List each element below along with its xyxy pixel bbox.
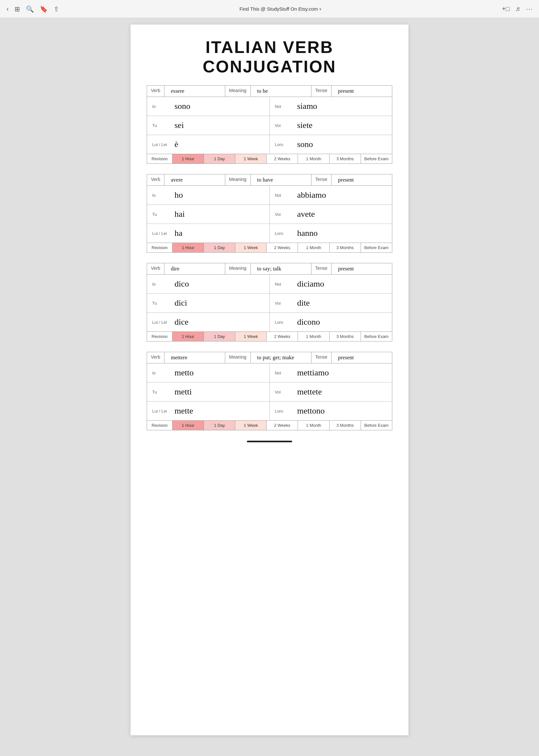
revision-label: Revision [147,243,173,252]
revision-cell-1[interactable]: 1 Day [204,243,235,252]
revision-cell-5[interactable]: 3 Months [330,243,361,252]
revision-cell-4[interactable]: 1 Month [298,421,329,430]
pronoun-left: Lui / Lei [152,142,170,147]
verb-form-right: siete [297,120,313,130]
revision-cell-6[interactable]: Before Exam [361,332,392,341]
conj-cell-left: Io dico [147,274,270,293]
verb-value: mettere [165,352,225,363]
revision-cell-0[interactable]: 1 Hour [173,243,204,252]
verb-value: avere [165,175,225,186]
revision-cell-2[interactable]: 1 Week [235,332,267,341]
verb-value: essere [165,86,225,97]
conj-cell-left: Tu dici [147,294,270,312]
conj-cell-right: Loro mettono [270,402,392,420]
pronoun-right: Loro [275,142,293,147]
pronoun-right: Loro [275,231,293,236]
conj-cell-left: Lui / Lei mette [147,402,270,420]
page-content: ITALIAN VERB CONJUGATION Verb essere Mea… [130,25,409,735]
conjugation-grid-essere: Io sono Noi siamo Tu sei Voi siete Lui /… [147,97,392,154]
conj-cell-left: Lui / Lei ha [147,224,270,243]
home-indicator [247,441,292,442]
pronoun-right: Noi [275,193,293,198]
table-row: Io ho Noi abbiamo [147,186,392,205]
revision-cell-6[interactable]: Before Exam [361,243,392,252]
top-bar-title: Find This @ StudyStuff On Etsy.com▾ [239,6,322,12]
top-bar-left: ‹ ⊞ 🔍 🔖 ⇧ [6,5,59,13]
pronoun-right: Voi [275,390,293,395]
revision-cell-1[interactable]: 1 Day [204,154,235,164]
verb-form-right: mettono [297,406,325,416]
revision-cell-3[interactable]: 2 Weeks [267,421,298,430]
meaning-value: to put; get; make [251,352,312,363]
conj-cell-right: Noi mettiamo [270,363,392,382]
revision-cell-6[interactable]: Before Exam [361,421,392,430]
pronoun-right: Voi [275,123,293,128]
revision-cell-3[interactable]: 2 Weeks [267,332,298,341]
verb-form-right: mettiamo [297,368,329,378]
revision-bar-essere: Revision1 Hour1 Day1 Week2 Weeks1 Month3… [147,154,392,164]
revision-cell-0[interactable]: 1 Hour [173,154,204,164]
revision-cell-4[interactable]: 1 Month [298,154,329,164]
revision-cell-5[interactable]: 3 Months [330,421,361,430]
add-page-icon[interactable]: +□ [502,5,509,13]
revision-cell-5[interactable]: 3 Months [330,332,361,341]
more-icon[interactable]: ⋯ [526,5,533,13]
revision-cell-3[interactable]: 2 Weeks [267,243,298,252]
verb-form-left: mette [175,406,193,416]
meaning-label: Meaning [225,263,251,274]
pronoun-left: Tu [152,301,170,306]
pronoun-left: Tu [152,212,170,217]
refresh-icon[interactable]: ♬ [515,5,520,13]
verb-form-left: metto [175,368,193,378]
pronoun-left: Lui / Lei [152,231,170,236]
revision-cell-0[interactable]: 1 Hour [173,421,204,430]
bookmark-icon[interactable]: 🔖 [40,5,48,13]
revision-bar-mettere: Revision1 Hour1 Day1 Week2 Weeks1 Month3… [147,421,392,430]
conj-cell-right: Noi diciamo [270,274,392,293]
revision-cell-1[interactable]: 1 Day [204,332,235,341]
revision-cell-4[interactable]: 1 Month [298,243,329,252]
table-row: Lui / Lei è Loro sono [147,135,392,154]
table-row: Tu metti Voi mettete [147,383,392,402]
page-title: ITALIAN VERB CONJUGATION [147,38,392,76]
conj-cell-right: Voi dite [270,294,392,312]
verb-form-left: dico [175,279,189,289]
conj-cell-left: Tu metti [147,383,270,401]
back-button[interactable]: ‹ [6,5,9,13]
revision-cell-2[interactable]: 1 Week [235,243,267,252]
revision-cell-6[interactable]: Before Exam [361,154,392,164]
table-row: Tu dici Voi dite [147,294,392,313]
revision-cell-4[interactable]: 1 Month [298,332,329,341]
conj-cell-left: Io ho [147,186,270,204]
table-row: Tu sei Voi siete [147,116,392,135]
revision-cell-1[interactable]: 1 Day [204,421,235,430]
pronoun-right: Noi [275,282,293,286]
verb-label: Verb [147,175,165,186]
verb-form-left: dici [175,298,187,308]
revision-cell-0[interactable]: 1 Hour [173,332,204,341]
meaning-value: to say; talk [251,263,312,274]
revision-cell-5[interactable]: 3 Months [330,154,361,164]
revision-cell-2[interactable]: 1 Week [235,421,267,430]
pronoun-right: Loro [275,320,293,325]
verb-value: dire [165,263,225,274]
conj-cell-right: Loro hanno [270,224,392,243]
verb-form-left: dice [175,317,189,327]
revision-label: Revision [147,154,173,164]
conj-cell-left: Io metto [147,363,270,382]
revision-cell-3[interactable]: 2 Weeks [267,154,298,164]
search-icon[interactable]: 🔍 [26,5,34,13]
verb-label: Verb [147,352,165,363]
share-icon[interactable]: ⇧ [54,5,59,13]
verb-form-left: sono [175,102,190,111]
verb-form-left: sei [175,120,184,130]
grid-icon[interactable]: ⊞ [15,5,20,13]
revision-cell-2[interactable]: 1 Week [235,154,267,164]
verb-form-right: mettete [297,387,322,397]
verb-form-right: sono [297,140,313,149]
pronoun-right: Voi [275,301,293,306]
pronoun-right: Loro [275,409,293,414]
pronoun-right: Noi [275,104,293,109]
verb-form-left: è [175,140,178,149]
conjugation-grid-dire: Io dico Noi diciamo Tu dici Voi dite Lui… [147,274,392,332]
